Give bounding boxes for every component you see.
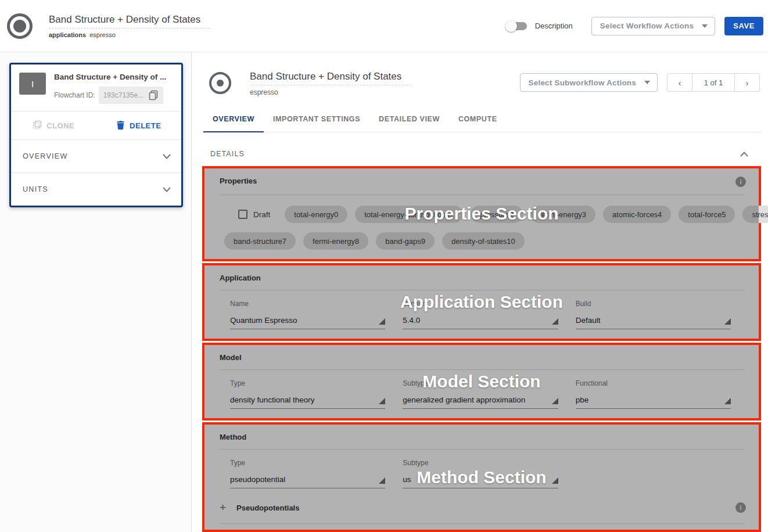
- app-header: Band Structure + Density of States appli…: [0, 0, 768, 52]
- application-version-select[interactable]: 5.4.0: [403, 316, 558, 329]
- model-subtype-label: Subtype: [403, 379, 558, 387]
- model-heading: Model: [220, 353, 242, 362]
- method-type-value: pseudopotential: [230, 475, 285, 484]
- pager-prev-button[interactable]: ‹: [667, 73, 692, 92]
- property-chip[interactable]: fermi-energy3: [530, 206, 595, 223]
- draft-checkbox[interactable]: [238, 210, 247, 219]
- model-functional-select[interactable]: pbe: [576, 396, 731, 409]
- delete-label: DELETE: [130, 121, 161, 130]
- select-arrow-icon: [724, 398, 731, 404]
- sidebar: I Band Structure + Density of ... Flowch…: [0, 52, 192, 532]
- workflow-actions-label: Select Workflow Actions: [600, 21, 694, 30]
- subworkflow-icon: [209, 72, 231, 94]
- chevron-down-icon: [163, 187, 171, 192]
- method-section: Method Type pseudopotential Subtype: [202, 422, 761, 532]
- property-chip[interactable]: stress-tensor6: [742, 206, 768, 223]
- description-toggle[interactable]: [507, 22, 527, 30]
- model-type-value: density functional theory: [230, 396, 315, 404]
- workflow-subtitle-apps: applications: [49, 31, 86, 38]
- application-version-label: Version: [403, 300, 558, 308]
- details-title: DETAILS: [210, 150, 245, 158]
- workflow-subtitle-engine: espresso: [89, 31, 116, 38]
- workflow-subtitle: applicationsespresso: [49, 31, 210, 38]
- application-version-value: 5.4.0: [403, 316, 420, 325]
- accordion-units-label: UNITS: [23, 185, 48, 193]
- copy-icon[interactable]: [148, 90, 159, 100]
- divider: [220, 523, 745, 524]
- application-name-label: Name: [230, 300, 385, 308]
- flowchart-id-value: 193c7135e...: [103, 91, 143, 99]
- application-name-select[interactable]: Quantum Espresso: [230, 316, 385, 329]
- tab-important-settings[interactable]: IMPORTANT SETTINGS: [264, 107, 369, 132]
- caret-down-icon: [702, 24, 708, 28]
- subworkflow-actions-label: Select Subworkflow Actions: [529, 78, 636, 87]
- model-type-select[interactable]: density functional theory: [230, 396, 385, 409]
- model-subtype-select[interactable]: generalized gradient approximation: [403, 396, 558, 409]
- property-chip[interactable]: atomic-forces4: [603, 206, 671, 223]
- application-heading: Application: [220, 274, 261, 282]
- method-heading: Method: [220, 433, 246, 441]
- delete-button[interactable]: DELETE: [96, 120, 182, 131]
- property-chip[interactable]: total-energy-contributions1: [355, 206, 463, 223]
- property-chip[interactable]: band-gaps9: [376, 232, 435, 250]
- select-arrow-icon: [379, 477, 385, 484]
- property-chip[interactable]: fermi-energy8: [303, 232, 368, 250]
- flowchart-id-field[interactable]: 193c7135e...: [99, 87, 163, 104]
- property-chip[interactable]: total-force5: [679, 206, 735, 223]
- sidebar-accordion-overview[interactable]: OVERVIEW: [11, 140, 181, 172]
- unit-avatar: I: [19, 73, 46, 95]
- select-arrow-icon: [724, 318, 731, 325]
- clone-button[interactable]: CLONE: [11, 120, 96, 131]
- method-type-label: Type: [230, 459, 385, 467]
- details-header[interactable]: DETAILS: [202, 139, 761, 166]
- tab-overview[interactable]: OVERVIEW: [203, 107, 264, 132]
- subworkflow-pager: ‹ 1 of 1 ›: [667, 73, 760, 92]
- pager-next-button[interactable]: ›: [734, 73, 760, 92]
- clone-label: CLONE: [46, 121, 74, 130]
- chevron-up-icon: [740, 152, 748, 157]
- model-functional-value: pbe: [576, 396, 589, 404]
- app-logo-icon: [7, 13, 33, 39]
- select-arrow-icon: [379, 318, 385, 325]
- subworkflow-title[interactable]: Band Structure + Density of States: [250, 71, 411, 85]
- sidebar-accordion-units[interactable]: UNITS: [11, 173, 181, 206]
- add-pseudopotential-button[interactable]: +: [220, 501, 226, 514]
- pseudopotentials-label: Pseudopotentials: [236, 504, 299, 512]
- trash-icon: [116, 120, 125, 131]
- pager-label: 1 of 1: [692, 73, 734, 92]
- application-build-value: Default: [576, 316, 601, 325]
- application-build-label: Build: [576, 300, 731, 308]
- property-chip[interactable]: pressure2: [471, 206, 523, 223]
- property-chip[interactable]: total-energy0: [285, 206, 347, 223]
- subworkflow-subtitle: espresso: [250, 88, 411, 96]
- application-name-value: Quantum Espresso: [230, 316, 297, 325]
- chevron-down-icon: [163, 154, 171, 159]
- property-chip[interactable]: density-of-states10: [442, 232, 525, 250]
- accordion-overview-label: OVERVIEW: [23, 152, 68, 160]
- unit-card: I Band Structure + Density of ... Flowch…: [9, 63, 183, 207]
- subworkflow-actions-select[interactable]: Select Subworkflow Actions: [520, 73, 658, 92]
- save-button[interactable]: SAVE: [724, 17, 763, 35]
- model-subtype-value: generalized gradient approximation: [403, 396, 525, 404]
- method-type-select[interactable]: pseudopotential: [230, 475, 385, 488]
- workflow-title[interactable]: Band Structure + Density of States: [49, 14, 210, 28]
- info-icon[interactable]: i: [735, 177, 746, 187]
- model-section: Model Type density functional theory Sub…: [202, 343, 761, 420]
- method-subtype-value: us: [403, 475, 411, 484]
- unit-title: Band Structure + Density of ...: [54, 73, 166, 81]
- tab-compute[interactable]: COMPUTE: [449, 107, 507, 132]
- info-icon[interactable]: i: [735, 502, 746, 513]
- caret-down-icon: [644, 81, 650, 84]
- tab-detailed-view[interactable]: DETAILED VIEW: [369, 107, 449, 132]
- model-functional-label: Functional: [576, 379, 731, 387]
- application-section: Application Name Quantum Espresso Versio…: [202, 263, 761, 341]
- workflow-actions-select[interactable]: Select Workflow Actions: [591, 17, 715, 35]
- select-arrow-icon: [552, 398, 558, 404]
- application-build-select[interactable]: Default: [576, 316, 731, 329]
- property-chip[interactable]: band-structure7: [224, 232, 296, 250]
- description-toggle-label: Description: [535, 21, 573, 30]
- method-subtype-select[interactable]: us: [403, 475, 558, 488]
- details-card: DETAILS Properties i Draft total-en: [202, 139, 761, 532]
- toggle-knob: [505, 20, 517, 32]
- properties-section: Properties i Draft total-energy0 total-e…: [202, 166, 761, 261]
